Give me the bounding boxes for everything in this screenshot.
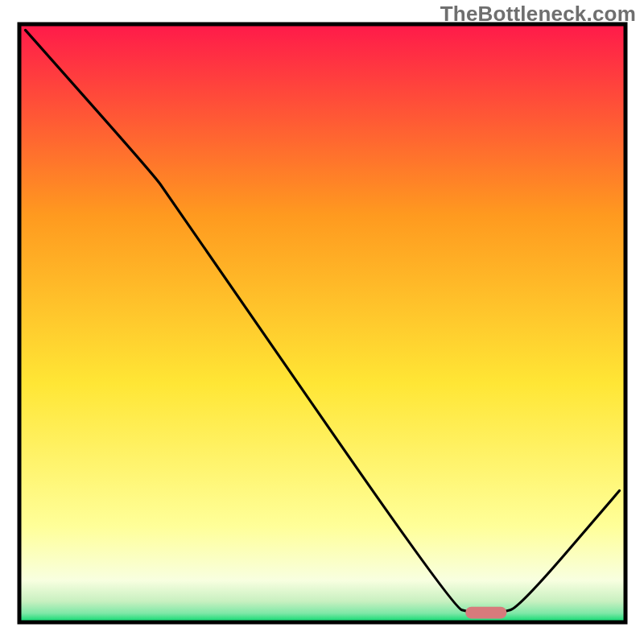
chart-svg — [0, 0, 644, 644]
chart-container: TheBottleneck.com — [0, 0, 644, 644]
plot-background — [19, 24, 625, 622]
watermark-label: TheBottleneck.com — [440, 2, 636, 27]
optimal-marker — [465, 607, 506, 619]
